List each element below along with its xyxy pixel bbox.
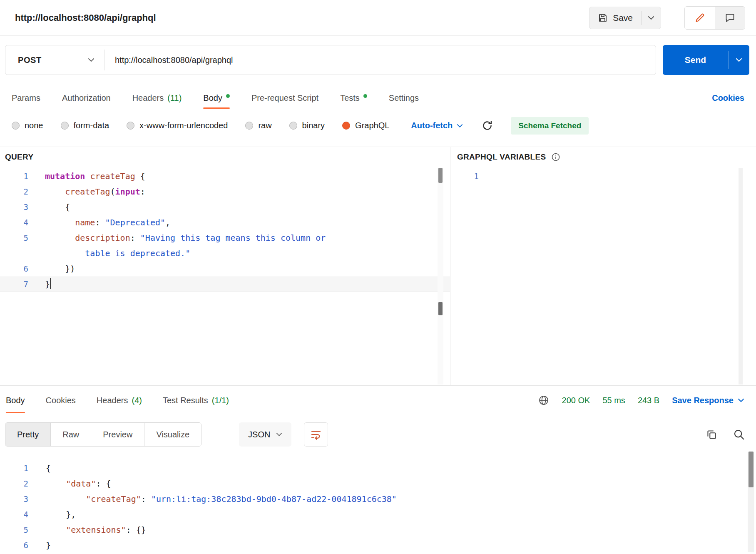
- tab-settings[interactable]: Settings: [389, 85, 419, 110]
- line-number: 5: [0, 522, 38, 538]
- line-number: 3: [0, 492, 38, 507]
- format-dropdown[interactable]: JSON: [239, 422, 291, 447]
- body-type-raw[interactable]: raw: [245, 121, 271, 130]
- send-button-group: Send: [663, 45, 749, 75]
- body-type-x-www-form-urlencoded[interactable]: x-www-form-urlencoded: [127, 121, 228, 130]
- view-visualize-button[interactable]: Visualize: [144, 423, 201, 446]
- copy-response-button[interactable]: [706, 429, 718, 441]
- body-type-none[interactable]: none: [12, 121, 43, 130]
- scrollbar-thumb[interactable]: [749, 452, 754, 487]
- tab-label: Headers: [132, 93, 164, 103]
- code-text: },: [38, 507, 76, 522]
- response-scrollbar[interactable]: [748, 452, 754, 552]
- variables-scrollbar[interactable]: [739, 168, 743, 384]
- wrap-lines-button[interactable]: [304, 422, 328, 447]
- tab-headers[interactable]: Headers (11): [132, 85, 182, 110]
- code-line[interactable]: 7}: [0, 277, 450, 292]
- copy-icon: [706, 429, 718, 441]
- save-response-dropdown[interactable]: Save Response: [672, 396, 744, 405]
- view-pretty-button[interactable]: Pretty: [5, 423, 50, 446]
- code-text: }: [40, 277, 51, 292]
- response-tab-body[interactable]: Body: [6, 386, 25, 415]
- url-input[interactable]: [105, 45, 656, 75]
- tab-label: Headers: [97, 396, 128, 405]
- body-type-binary[interactable]: binary: [289, 121, 325, 130]
- line-number: 1: [0, 169, 40, 184]
- code-line[interactable]: 2 "data": {: [0, 476, 756, 492]
- code-line[interactable]: 4 },: [0, 507, 756, 522]
- response-status-bar: 200 OK 55 ms 243 B Save Response: [538, 394, 744, 406]
- chevron-down-icon: [648, 16, 654, 20]
- code-line[interactable]: 1: [450, 169, 756, 184]
- send-options-button[interactable]: [729, 45, 749, 75]
- auto-fetch-dropdown[interactable]: Auto-fetch: [411, 121, 463, 130]
- code-text: description: "Having this tag means this…: [40, 230, 326, 246]
- code-line[interactable]: 3 {: [0, 200, 450, 215]
- code-line[interactable]: 6}: [0, 538, 756, 553]
- refresh-schema-button[interactable]: [481, 120, 493, 132]
- code-line[interactable]: 3 "createTag": "urn:li:tag:38c283bd-9bd0…: [0, 492, 756, 507]
- query-scrollbar[interactable]: [438, 168, 443, 384]
- variables-editor[interactable]: 1: [450, 167, 756, 385]
- line-number: 1: [0, 461, 38, 476]
- response-size: 243 B: [638, 396, 659, 405]
- variables-panel: GRAPHQL VARIABLES 1: [450, 147, 756, 385]
- tab-label: Settings: [389, 93, 419, 103]
- cookies-link[interactable]: Cookies: [712, 93, 744, 103]
- format-label: JSON: [248, 430, 270, 439]
- info-icon[interactable]: [551, 152, 561, 162]
- response-toolbar: Pretty Raw Preview Visualize JSON: [0, 415, 756, 450]
- query-editor[interactable]: 1mutation createTag {2 createTag(input:3…: [0, 167, 450, 385]
- send-button[interactable]: Send: [663, 45, 728, 75]
- response-tab-test-results[interactable]: Test Results (1/1): [163, 386, 229, 415]
- line-number: 1: [450, 169, 490, 184]
- search-response-button[interactable]: [733, 428, 745, 441]
- tab-authorization[interactable]: Authorization: [62, 85, 111, 110]
- tab-body[interactable]: Body: [203, 85, 230, 110]
- save-icon: [598, 13, 608, 23]
- view-preview-button[interactable]: Preview: [91, 423, 144, 446]
- radio-selected-icon: [342, 122, 350, 130]
- chevron-down-icon: [457, 124, 463, 128]
- tab-label: Test Results: [163, 396, 208, 405]
- scrollbar-thumb[interactable]: [438, 168, 443, 183]
- radio-label: none: [25, 121, 43, 130]
- edit-request-button[interactable]: [685, 7, 715, 29]
- response-tab-headers[interactable]: Headers (4): [97, 386, 142, 415]
- code-line[interactable]: 4 name: "Deprecated",: [0, 215, 450, 230]
- tab-params[interactable]: Params: [12, 85, 40, 110]
- tab-label: Params: [12, 93, 40, 103]
- code-line[interactable]: table is deprecated.": [0, 246, 450, 261]
- line-number: [0, 246, 40, 261]
- body-type-graphql[interactable]: GraphQL: [342, 121, 389, 130]
- tab-count: (1/1): [212, 396, 229, 405]
- save-response-label: Save Response: [672, 396, 734, 405]
- code-text: {: [38, 461, 51, 476]
- comments-button[interactable]: [715, 7, 745, 29]
- body-type-form-data[interactable]: form-data: [61, 121, 109, 130]
- code-line[interactable]: 1mutation createTag {: [0, 169, 450, 184]
- code-line[interactable]: 6 }): [0, 261, 450, 277]
- code-line[interactable]: 5 "extensions": {}: [0, 522, 756, 538]
- tab-pre-request-script[interactable]: Pre-request Script: [251, 85, 318, 110]
- save-options-button[interactable]: [642, 7, 661, 29]
- comment-icon: [724, 12, 736, 23]
- line-number: 3: [0, 200, 40, 215]
- save-button[interactable]: Save: [589, 7, 641, 29]
- radio-label: form-data: [74, 121, 109, 130]
- response-toolbar-actions: [706, 428, 745, 441]
- auto-fetch-label: Auto-fetch: [411, 121, 453, 130]
- globe-icon[interactable]: [538, 394, 550, 406]
- request-header: http://localhost:8080/api/graphql Save: [0, 0, 756, 36]
- code-line[interactable]: 1{: [0, 461, 756, 476]
- code-text: "extensions": {}: [38, 522, 146, 538]
- response-tab-cookies[interactable]: Cookies: [46, 386, 76, 415]
- body-type-selector: none form-data x-www-form-urlencoded raw…: [0, 110, 756, 147]
- tab-tests[interactable]: Tests: [340, 85, 367, 110]
- method-select[interactable]: POST: [5, 45, 104, 75]
- response-body-viewer[interactable]: 1{2 "data": {3 "createTag": "urn:li:tag:…: [0, 450, 756, 554]
- request-title: http://localhost:8080/api/graphql: [15, 12, 156, 23]
- code-line[interactable]: 5 description: "Having this tag means th…: [0, 230, 450, 246]
- view-raw-button[interactable]: Raw: [50, 423, 91, 446]
- code-line[interactable]: 2 createTag(input:: [0, 184, 450, 200]
